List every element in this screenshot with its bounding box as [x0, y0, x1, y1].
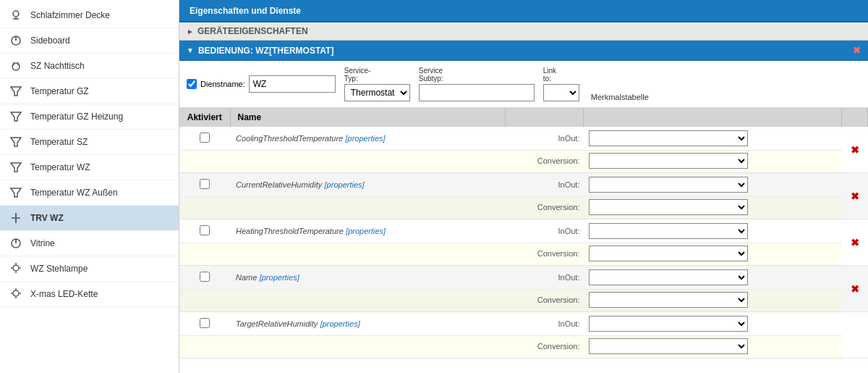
- sub-empty1-target-humidity: [179, 336, 230, 359]
- prop-link-humidity[interactable]: [properties]: [325, 180, 365, 189]
- inout-select-humidity[interactable]: [589, 177, 748, 193]
- sidebar-item-temperatur-gz-heizung[interactable]: Temperatur GZ Heizung: [0, 104, 179, 130]
- sidebar-item-sz-nachttisch[interactable]: SZ Nachttisch: [0, 54, 179, 79]
- svg-marker-10: [11, 138, 21, 146]
- sidebar-item-schlafzimmer-decke[interactable]: Schlafzimmer Decke: [0, 3, 179, 28]
- checkbox-heating[interactable]: [200, 225, 210, 235]
- sidebar-item-vitrine[interactable]: Vitrine: [0, 231, 179, 256]
- table-row-sub-name: Conversion:: [179, 290, 868, 312]
- name-cell-heating: HeatingThresholdTemperature [properties]: [230, 219, 505, 243]
- prop-link-target-humidity[interactable]: [properties]: [320, 319, 360, 328]
- check-cell-humidity: [179, 173, 230, 197]
- inout-label-cooling: InOut:: [505, 127, 583, 151]
- inout-label-heating: InOut:: [505, 219, 583, 243]
- check-cell-target-humidity: [179, 312, 230, 336]
- filter-icon: [9, 109, 23, 124]
- bedienung-close-button[interactable]: ✖: [853, 45, 861, 56]
- conversion-select-humidity[interactable]: [589, 199, 748, 215]
- sub-empty2-heating: [230, 243, 505, 266]
- dienstname-checkbox[interactable]: [187, 79, 197, 89]
- conversion-select-cell-heating: [583, 243, 841, 266]
- sidebar-label-vitrine: Vitrine: [30, 238, 55, 248]
- sub-empty2-humidity: [230, 197, 505, 219]
- sidebar-item-sideboard[interactable]: Sideboard: [0, 28, 179, 54]
- prop-name-heating: HeatingThresholdTemperature: [236, 227, 344, 235]
- sidebar-label-temperatur-wz: Temperatur WZ: [30, 162, 90, 172]
- service-subtyp-label: ServiceSubtyp:: [419, 67, 535, 83]
- sub-empty2-target-humidity: [230, 336, 505, 359]
- service-typ-select[interactable]: Thermostat: [344, 84, 410, 101]
- conversion-select-cooling[interactable]: [589, 153, 748, 169]
- del-button-name[interactable]: ✖: [848, 283, 862, 295]
- inout-label-humidity: InOut:: [505, 173, 583, 197]
- inout-select-cell-humidity: [583, 173, 841, 197]
- del-cell-humidity: ✖: [842, 173, 868, 219]
- conversion-label-humidity: Conversion:: [505, 197, 583, 219]
- sidebar-item-temperatur-sz[interactable]: Temperatur SZ: [0, 130, 179, 155]
- del-button-humidity[interactable]: ✖: [848, 190, 862, 202]
- inout-select-cooling[interactable]: [589, 130, 748, 146]
- table-head: Aktiviert Name: [179, 108, 868, 127]
- table-row-sub-cooling: Conversion:: [179, 151, 868, 173]
- sidebar-item-wz-stehlampe[interactable]: WZ Stehlampe: [0, 256, 179, 282]
- sidebar-item-temperatur-wz[interactable]: Temperatur WZ: [0, 155, 179, 180]
- prop-name-humidity: CurrentRelativeHumidity: [236, 180, 322, 189]
- sidebar-item-trv-wz[interactable]: TRV WZ: [0, 206, 179, 231]
- check-cell-cooling: [179, 127, 230, 151]
- prop-link-cooling[interactable]: [properties]: [346, 134, 386, 143]
- light2-icon: [9, 287, 23, 301]
- conversion-select-cell-target-humidity: [583, 336, 841, 359]
- inout-select-heating[interactable]: [589, 223, 748, 239]
- table-row-sub-humidity: Conversion:: [179, 197, 868, 219]
- inout-select-name[interactable]: [589, 269, 748, 285]
- svg-marker-11: [11, 163, 21, 172]
- main-header-title: Eigenschaften und Dienste: [190, 6, 301, 16]
- conversion-select-heating[interactable]: [589, 246, 748, 261]
- inout-select-cell-heating: [583, 219, 841, 243]
- sidebar-label-temperatur-gz-heizung: Temperatur GZ Heizung: [30, 112, 123, 122]
- del-cell-target-humidity: [842, 312, 868, 359]
- sidebar-label-temperatur-gz: Temperatur GZ: [30, 86, 89, 96]
- link-to-select[interactable]: [543, 84, 579, 101]
- del-button-cooling[interactable]: ✖: [848, 144, 862, 156]
- name-cell-humidity: CurrentRelativeHumidity [properties]: [230, 173, 505, 197]
- prop-link-heating[interactable]: [properties]: [346, 227, 386, 235]
- sidebar-item-temperatur-gz[interactable]: Temperatur GZ: [0, 79, 179, 104]
- table-row-humidity: CurrentRelativeHumidity [properties] InO…: [179, 173, 868, 197]
- sub-empty1-humidity: [179, 197, 230, 219]
- del-cell-cooling: ✖: [842, 127, 868, 173]
- name-cell-name: Name [properties]: [230, 266, 505, 290]
- property-table: Aktiviert Name CoolingThresholdTemperatu…: [179, 108, 868, 359]
- power-icon: [9, 236, 23, 251]
- sidebar-label-wz-stehlampe: WZ Stehlampe: [30, 264, 88, 274]
- sub-empty1-cooling: [179, 151, 230, 173]
- sidebar-item-temperatur-wz-aussen[interactable]: Temperatur WZ Außen: [0, 180, 179, 206]
- sidebar-item-xmas-led-kette[interactable]: X-mas LED-Kette: [0, 282, 179, 307]
- geraeteeigenschaften-arrow: ►: [187, 28, 194, 35]
- service-subtyp-input[interactable]: [419, 84, 535, 101]
- del-cell-heating: ✖: [842, 219, 868, 266]
- inout-select-cell-target-humidity: [583, 312, 841, 336]
- conversion-select-name[interactable]: [589, 292, 748, 308]
- check-cell-heating: [179, 219, 230, 243]
- checkbox-name[interactable]: [200, 272, 210, 282]
- sidebar-label-trv-wz: TRV WZ: [30, 213, 64, 223]
- checkbox-cooling[interactable]: [200, 133, 210, 143]
- sidebar-label-temperatur-wz-aussen: Temperatur WZ Außen: [30, 188, 118, 198]
- checkbox-humidity[interactable]: [200, 179, 210, 189]
- property-table-wrapper: Aktiviert Name CoolingThresholdTemperatu…: [179, 108, 868, 373]
- conversion-select-target-humidity[interactable]: [589, 338, 748, 354]
- geraeteeigenschaften-section[interactable]: ► GERÄTEEIGENSCHAFTEN: [179, 22, 868, 41]
- checkbox-target-humidity[interactable]: [200, 318, 210, 328]
- inout-select-target-humidity[interactable]: [589, 316, 748, 332]
- inout-label-name: InOut:: [505, 266, 583, 290]
- col-inout: [505, 108, 583, 127]
- inout-label-target-humidity: InOut:: [505, 312, 583, 336]
- bedienung-arrow: ▼: [187, 46, 194, 54]
- sidebar-label-xmas-led-kette: X-mas LED-Kette: [30, 289, 98, 299]
- del-button-heating[interactable]: ✖: [848, 237, 862, 248]
- prop-link-name[interactable]: [properties]: [260, 273, 299, 282]
- dienstname-input[interactable]: [249, 75, 336, 93]
- service-typ-group: Service-Typ: Thermostat: [344, 67, 410, 101]
- table-row-name: Name [properties] InOut: ✖: [179, 266, 868, 290]
